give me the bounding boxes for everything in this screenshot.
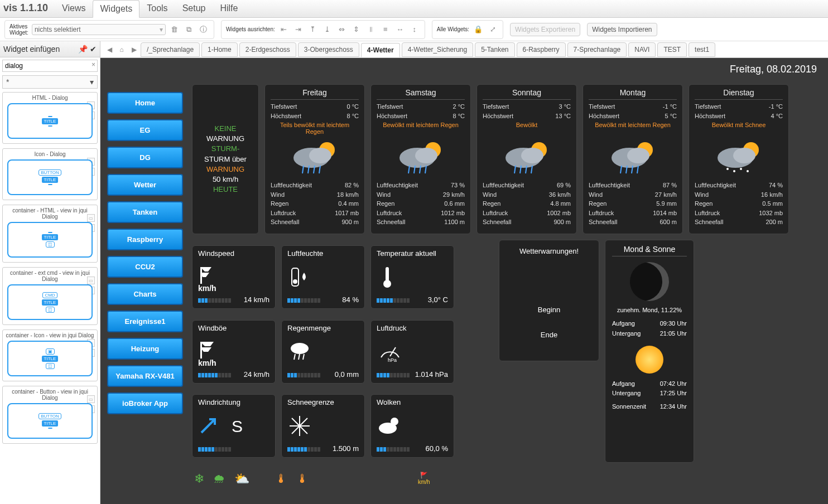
expand-icon[interactable]: ⤢ bbox=[487, 24, 498, 35]
nav-button[interactable]: Raspberry bbox=[107, 229, 183, 250]
active-widget-select[interactable]: nichts selektiert ▾ bbox=[32, 24, 166, 35]
widget-proto[interactable]: container - ext cmd - view in jqui Dialo… bbox=[2, 267, 98, 325]
export-button[interactable]: Widgets Exportieren bbox=[510, 23, 580, 36]
svg-point-16 bbox=[521, 148, 543, 163]
view-tab[interactable]: 5-Tanken bbox=[475, 42, 514, 57]
cloud-sun-icon: ⛅ bbox=[234, 472, 249, 486]
menu-tab-setup[interactable]: Setup bbox=[175, 0, 213, 17]
align-group: Widgets ausrichten: ⇤ ⇥ ⤒ ⤓ ⇔ ⇕ ⫴ ≡ ↔ ↕ bbox=[221, 20, 425, 39]
nav-button[interactable]: Home bbox=[107, 92, 183, 114]
widget-proto-label: container - Button - view in jqui Dialog bbox=[5, 389, 95, 401]
editor-canvas[interactable]: Freitag, 08.02.2019 HomeEGDGWetterTanken… bbox=[100, 58, 828, 504]
nav-button[interactable]: Tanken bbox=[107, 201, 183, 223]
svg-point-33 bbox=[740, 168, 742, 170]
widget-filter-select[interactable]: *▾ bbox=[2, 75, 98, 89]
view-tab[interactable]: test1 bbox=[689, 42, 715, 57]
svg-line-48 bbox=[303, 354, 304, 360]
align-right-icon[interactable]: ⇥ bbox=[293, 24, 304, 35]
nav-button[interactable]: CCU2 bbox=[107, 256, 183, 278]
view-tab[interactable]: /_Sprechanlage bbox=[141, 42, 200, 57]
copy-icon[interactable]: ⧉ bbox=[184, 24, 195, 35]
allwidgets-group: Alle Widgets: 🔒 ⤢ bbox=[432, 20, 503, 39]
view-tab[interactable]: 4-Wetter_Sicherung bbox=[402, 42, 474, 57]
warnings-begin: Beginn bbox=[499, 306, 599, 314]
metric-card: Windböe km/h 24 km/h bbox=[192, 320, 276, 384]
insert-header-label: Widget einfügen bbox=[3, 45, 60, 54]
nav-button[interactable]: Ereignisse1 bbox=[107, 311, 183, 332]
align-bottom-icon[interactable]: ⤓ bbox=[322, 24, 333, 35]
thermo2-icon: 🌡 bbox=[296, 472, 309, 486]
view-tab[interactable]: 4-Wetter bbox=[361, 43, 400, 57]
clear-search-icon[interactable]: × bbox=[92, 61, 95, 69]
forecast-card: Sonntag Tiefstwert3 °C Höchstwert13 °C B… bbox=[476, 84, 577, 234]
metric-card: Windrichtung S bbox=[192, 394, 276, 458]
import-button[interactable]: Widgets Importieren bbox=[587, 23, 657, 36]
widget-proto-label: container - ext cmd - view in jqui Dialo… bbox=[5, 270, 95, 282]
view-tab[interactable]: 6-Raspberry bbox=[517, 42, 566, 57]
menu-tab-widgets[interactable]: Widgets bbox=[93, 0, 139, 18]
view-tabs: ◀ ⌂ ▶ /_Sprechanlage1-Home2-Erdgeschoss3… bbox=[100, 41, 828, 58]
svg-point-2 bbox=[309, 148, 331, 163]
nav-button[interactable]: Yamaha RX-V481 bbox=[107, 365, 183, 387]
widget-proto[interactable]: container - Icon - view in jqui Dialog ▭… bbox=[2, 329, 98, 381]
widget-proto[interactable]: HTML - Dialog ▭↗ TITLE bbox=[2, 92, 98, 144]
delete-icon[interactable]: 🗑 bbox=[169, 24, 180, 35]
widget-proto[interactable]: container - Button - view in jqui Dialog… bbox=[2, 386, 98, 444]
sun-icon bbox=[636, 346, 663, 374]
align-vcenter-icon[interactable]: ⇕ bbox=[351, 24, 362, 35]
align-hcenter-icon[interactable]: ⇔ bbox=[336, 24, 348, 35]
view-tab[interactable]: TEST bbox=[657, 42, 687, 57]
view-tab[interactable]: 1-Home bbox=[201, 42, 238, 57]
weather-warnings-card: Wetterwarnungen! Beginn Ende bbox=[499, 240, 599, 361]
menu-tab-tools[interactable]: Tools bbox=[139, 0, 175, 17]
nav-button[interactable]: EG bbox=[107, 119, 183, 141]
svg-point-31 bbox=[726, 168, 729, 170]
tabs-home-icon[interactable]: ⌂ bbox=[116, 46, 127, 54]
active-widget-group: Aktives Widget: nichts selektiert ▾ 🗑 ⧉ … bbox=[4, 20, 214, 39]
forecast-row: Freitag Tiefstwert0 °C Höchstwert8 °C Te… bbox=[264, 84, 789, 234]
current-date: Freitag, 08.02.2019 bbox=[100, 58, 828, 81]
nav-button[interactable]: Heizung bbox=[107, 338, 183, 360]
svg-text:hPa: hPa bbox=[388, 357, 397, 363]
moon-icon bbox=[630, 262, 669, 301]
info-icon[interactable]: ⓘ bbox=[198, 24, 209, 35]
same-width-icon[interactable]: ↔ bbox=[394, 24, 406, 35]
toolbar: Aktives Widget: nichts selektiert ▾ 🗑 ⧉ … bbox=[0, 18, 828, 41]
view-tab[interactable]: 3-Obergeschoss bbox=[298, 42, 359, 57]
metric-card: Schneegrenze 1.500 m bbox=[281, 394, 365, 458]
view-tab[interactable]: 7-Sprechanlage bbox=[567, 42, 627, 57]
nav-button[interactable]: Wetter bbox=[107, 174, 183, 196]
pin-icon[interactable]: 📌 bbox=[78, 45, 88, 54]
tabs-prev-icon[interactable]: ◀ bbox=[104, 46, 115, 54]
rain-icon: 🌧 bbox=[213, 472, 225, 486]
active-widget-label: Aktives Widget: bbox=[9, 23, 28, 36]
insert-header: Widget einfügen 📌 ✔ bbox=[0, 41, 100, 57]
dist-v-icon[interactable]: ≡ bbox=[380, 24, 391, 35]
svg-line-3 bbox=[302, 166, 304, 173]
dist-h-icon[interactable]: ⫴ bbox=[365, 24, 377, 35]
moon-title: Mond & Sonne bbox=[612, 245, 687, 256]
widget-proto[interactable]: Icon - Dialog ▭↗ BUTTONTITLE bbox=[2, 148, 98, 200]
same-height-icon[interactable]: ↕ bbox=[409, 24, 420, 35]
filter-icon[interactable]: ✔ bbox=[90, 45, 97, 54]
warnings-title: Wetterwarnungen! bbox=[499, 247, 599, 255]
warnings-end: Ende bbox=[499, 331, 599, 339]
view-tab[interactable]: NAVI bbox=[628, 42, 656, 57]
lock-icon[interactable]: 🔒 bbox=[473, 24, 484, 35]
widget-search-input[interactable] bbox=[2, 60, 98, 72]
menu-tab-hilfe[interactable]: Hilfe bbox=[213, 0, 245, 17]
nav-button[interactable]: ioBroker App bbox=[107, 392, 183, 414]
nav-button[interactable]: Charts bbox=[107, 283, 183, 305]
metric-card: Luftdruck hPa 1.014 hPa bbox=[370, 320, 454, 384]
bottom-icon-row: ❄ 🌧 ⛅ 🌡 🌡 🚩km/h bbox=[192, 468, 789, 486]
menu-tab-views[interactable]: Views bbox=[55, 0, 93, 17]
nav-button[interactable]: DG bbox=[107, 147, 183, 168]
widget-proto[interactable]: container - HTML - view in jqui Dialog ▭… bbox=[2, 205, 98, 263]
svg-point-34 bbox=[747, 170, 749, 172]
align-top-icon[interactable]: ⤒ bbox=[307, 24, 319, 35]
tabs-next-icon[interactable]: ▶ bbox=[128, 46, 139, 54]
align-label: Widgets ausrichten: bbox=[226, 26, 275, 32]
align-left-icon[interactable]: ⇤ bbox=[278, 24, 290, 35]
forecast-card: Dienstag Tiefstwert-1 °C Höchstwert4 °C … bbox=[689, 84, 789, 234]
view-tab[interactable]: 2-Erdgeschoss bbox=[239, 42, 296, 57]
